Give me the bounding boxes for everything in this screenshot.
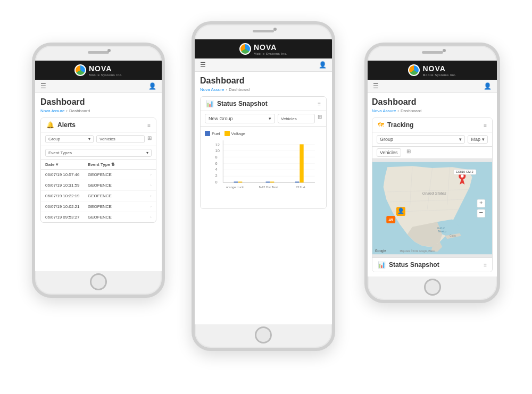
chart-area: Fuel Voltage 12 10 xyxy=(201,127,326,208)
svg-text:+: + xyxy=(479,199,483,206)
hamburger-icon-center[interactable]: ☰ xyxy=(200,61,206,69)
tracking-header: 🗺 Tracking ≡ xyxy=(372,118,492,132)
breadcrumb-center: Nova Assure › Dashboard xyxy=(200,87,327,92)
page-title-center: Dashboard xyxy=(200,76,327,86)
group-select-center[interactable]: New Group ▾ xyxy=(205,114,275,123)
svg-text:2: 2 xyxy=(215,173,218,178)
alerts-filter-row2: Event Types ▾ xyxy=(41,146,156,160)
table-row[interactable]: 06/07/19 10:02:21 GEOFENCE › xyxy=(41,202,156,212)
nova-logo-circle-right xyxy=(408,64,420,76)
home-button-right[interactable] xyxy=(424,279,441,296)
nova-header-right: NOVA Mobile Systems Inc. xyxy=(368,61,497,80)
svg-rect-19 xyxy=(270,182,274,183)
user-icon-center[interactable]: 👤 xyxy=(319,61,327,69)
tracking-controls: Group ▾ Map ▾ xyxy=(372,132,492,147)
breadcrumb-left: Nova Assure › Dashboard xyxy=(40,108,156,113)
svg-text:👤: 👤 xyxy=(397,207,404,214)
hamburger-icon-right[interactable]: ☰ xyxy=(373,82,379,90)
nova-logo-text-right: NOVA xyxy=(422,64,445,73)
vehicles-select-left[interactable]: Vehicles xyxy=(96,135,145,143)
breadcrumb-current-center: Dashboard xyxy=(229,87,250,92)
svg-rect-18 xyxy=(266,182,270,183)
user-icon-left[interactable]: 👤 xyxy=(148,82,156,90)
nova-header-left: NOVA Mobile Systems Inc. xyxy=(35,61,162,80)
svg-text:−: − xyxy=(479,208,484,216)
svg-rect-16 xyxy=(234,182,238,183)
home-button-left[interactable] xyxy=(90,273,107,290)
alerts-title: Alerts xyxy=(57,121,76,129)
nova-logo-sub: Mobile Systems Inc. xyxy=(89,73,122,77)
legend-voltage-label: Voltage xyxy=(231,131,246,136)
table-row[interactable]: 06/07/19 10:22:19 GEOFENCE › xyxy=(41,191,156,202)
nova-header-center: NOVA Mobile Systems Inc. xyxy=(195,39,332,58)
alerts-table: 06/07/19 10:57:46 GEOFENCE › 06/07/19 10… xyxy=(41,170,156,222)
bell-icon: 🔔 xyxy=(46,121,54,129)
svg-text:United States: United States xyxy=(422,191,446,196)
alerts-filter-row1: Group ▾ Vehicles ⊞ xyxy=(41,132,156,146)
svg-rect-17 xyxy=(238,182,242,183)
breadcrumb-home-left: Nova Assure xyxy=(40,108,64,113)
table-row[interactable]: 06/07/19 10:57:46 GEOFENCE › xyxy=(41,170,156,180)
nova-logo-circle xyxy=(74,64,86,76)
alerts-options[interactable]: ≡ xyxy=(147,122,151,128)
svg-text:Gulf of: Gulf of xyxy=(437,227,445,230)
sub-header-left: ☰ 👤 xyxy=(35,80,162,93)
legend-voltage-color xyxy=(225,131,230,136)
breadcrumb-right: Nova Assure › Dashboard xyxy=(372,108,493,113)
grid-icon-left: ⊞ xyxy=(147,135,152,143)
nova-logo-sub-center: Mobile Systems Inc. xyxy=(254,52,287,55)
svg-text:NA2 Dvr Test: NA2 Dvr Test xyxy=(259,186,278,189)
map-container: United States Gulf of Mexico Cuba xyxy=(372,159,492,257)
nova-logo-text: NOVA xyxy=(89,64,112,73)
table-row[interactable]: 06/07/19 09:53:27 GEOFENCE › xyxy=(41,212,156,222)
grid-icon-right: ⊞ xyxy=(406,148,411,157)
nova-logo-circle-center xyxy=(239,43,251,55)
map-type-select[interactable]: Map ▾ xyxy=(468,135,488,144)
vehicles-select-center[interactable]: Vehicles xyxy=(278,114,315,123)
map-svg: United States Gulf of Mexico Cuba xyxy=(372,159,492,257)
hamburger-icon-left[interactable]: ☰ xyxy=(40,82,46,90)
breadcrumb-sep-center: › xyxy=(226,87,227,92)
tracking-options[interactable]: ≡ xyxy=(484,122,487,128)
svg-rect-20 xyxy=(295,182,299,183)
svg-point-38 xyxy=(461,174,464,178)
snapshot-options[interactable]: ≡ xyxy=(318,101,321,107)
table-header: Date ▾ Event Type ⇅ xyxy=(41,160,156,170)
legend-fuel-label: Fuel xyxy=(212,131,220,136)
nova-logo-sub-right: Mobile Systems Inc. xyxy=(422,73,456,77)
legend-voltage: Voltage xyxy=(225,131,246,136)
map-icon: 🗺 xyxy=(378,121,384,129)
legend-fuel: Fuel xyxy=(205,131,220,136)
chart-icon-right: 📊 xyxy=(378,261,386,269)
home-button-center[interactable] xyxy=(255,326,272,343)
snapshot-title-center: Status Snapshot xyxy=(217,100,268,107)
event-types-select[interactable]: Event Types ▾ xyxy=(45,149,152,157)
group-select-left[interactable]: Group ▾ xyxy=(45,135,94,143)
tracking-vehicles-row: Vehicles ⊞ xyxy=(372,147,492,159)
breadcrumb-home-right: Nova Assure xyxy=(372,108,396,113)
svg-text:orange truck: orange truck xyxy=(226,186,244,189)
breadcrumb-current-left: Dashboard xyxy=(69,108,90,113)
svg-text:8: 8 xyxy=(215,155,218,160)
svg-text:ES810-CM-2: ES810-CM-2 xyxy=(456,170,473,173)
snapshot-card-center: 📊 Status Snapshot ≡ New Group ▾ Vehicles xyxy=(200,96,327,209)
legend-fuel-color xyxy=(205,131,210,136)
table-row[interactable]: 06/07/19 10:31:59 GEOFENCE › xyxy=(41,180,156,191)
svg-text:Map data ©2019 Google, INEGI: Map data ©2019 Google, INEGI xyxy=(400,249,435,253)
snapshot-filter-row: New Group ▾ Vehicles ⊞ xyxy=(201,111,326,127)
page-title-left: Dashboard xyxy=(40,97,156,107)
vehicles-btn[interactable]: Vehicles xyxy=(377,148,401,157)
svg-text:Cuba: Cuba xyxy=(450,234,456,237)
snapshot-options-right[interactable]: ≡ xyxy=(484,262,487,268)
snapshot-header-center: 📊 Status Snapshot ≡ xyxy=(201,97,326,111)
bar-chart: 12 10 8 6 4 2 0 xyxy=(205,140,322,204)
breadcrumb-sep-left: › xyxy=(66,108,68,113)
group-select-right[interactable]: Group ▾ xyxy=(377,135,465,144)
svg-text:213LA: 213LA xyxy=(296,186,305,189)
nova-logo-text-center: NOVA xyxy=(254,43,277,52)
svg-rect-21 xyxy=(300,144,303,182)
user-icon-right[interactable]: 👤 xyxy=(484,82,492,90)
svg-text:0: 0 xyxy=(215,180,218,185)
svg-text:4: 4 xyxy=(215,167,218,172)
svg-text:49: 49 xyxy=(389,217,393,222)
